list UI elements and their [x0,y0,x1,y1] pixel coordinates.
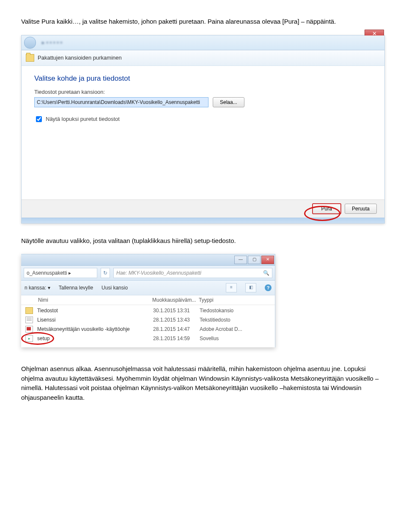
maximize-icon[interactable]: ▢ [248,256,261,264]
list-item[interactable]: Lisenssi28.1.2015 13:43Tekstitiedosto [21,315,275,325]
preview-pane-icon[interactable]: ◧ [245,283,256,292]
paragraph-3: Ohjelman asennus alkaa. Asennusohjelmass… [21,364,385,402]
extract-button[interactable]: Pura [312,203,341,214]
show-files-checkbox[interactable]: Näytä lopuksi puretut tiedostot [34,115,372,123]
file-date: 30.1.2015 13:31 [153,308,200,314]
col-type[interactable]: Tyyppi [199,297,275,303]
window-title: Pakattujen kansioiden purkaminen [38,55,122,61]
explorer-toolbar: n kanssa: ▾ Tallenna levylle Uusi kansio… [21,281,275,295]
save-disk[interactable]: Tallenna levylle [59,285,93,291]
file-name: Lisenssi [37,317,153,323]
file-type: Tekstitiedosto [200,317,275,323]
folder-icon [25,307,33,314]
list-item[interactable]: Metsäkoneyrittäjän vuosikello -käyttöohj… [21,325,275,334]
file-date: 28.1.2015 14:59 [153,336,200,341]
file-name: setup [37,336,153,341]
new-folder[interactable]: Uusi kansio [102,285,128,291]
search-icon: 🔍 [263,270,269,276]
search-placeholder: Hae: MKY-Vuosikello_Asennuspaketti [116,270,201,276]
close-icon[interactable]: ✕ [261,256,274,264]
glass-bottom [22,218,384,223]
file-type: Tiedostokansio [200,308,275,314]
dialog-heading: Valitse kohde ja pura tiedostot [34,74,372,83]
extract-dialog-screenshot: ✕ ▸ ▪ ▪ ▪ ▪ ▪ Pakattujen kansioiden purk… [21,35,385,224]
paragraph-2: Näytölle avautuu valikko, josta valitaan… [21,236,385,246]
folder-icon [26,54,34,62]
paragraph-1: Valitse Pura kaikki…, ja valitse hakemis… [21,17,385,27]
minimize-icon[interactable]: — [234,256,247,264]
column-headers: Nimi Muokkauspäiväm... Tyyppi [21,295,275,305]
nav-bar: ▸ ▪ ▪ ▪ ▪ ▪ [22,35,384,50]
help-icon[interactable]: ? [265,284,272,291]
refresh-icon[interactable]: ↻ [101,268,110,278]
search-input[interactable]: Hae: MKY-Vuosikello_Asennuspaketti 🔍 [113,268,272,278]
window-controls: — ▢ ✕ [21,254,275,266]
destination-label: Tiedostot puretaan kansioon: [34,89,372,95]
dialog-footer: Pura Peruuta [22,199,384,218]
explorer-screenshot: — ▢ ✕ o_Asennuspaketti ▸ ↻ Hae: MKY-Vuos… [21,254,275,347]
col-name[interactable]: Nimi [38,297,152,303]
list-item[interactable]: Tiedostot30.1.2015 13:31Tiedostokansio [21,306,275,315]
file-type: Adobe Acrobat D... [200,326,275,332]
breadcrumb-blur: ▸ ▪ ▪ ▪ ▪ ▪ [42,39,62,46]
checkbox-input[interactable] [36,116,42,122]
browse-button[interactable]: Selaa... [213,97,244,107]
setup-icon [25,335,33,342]
file-list: Tiedostot30.1.2015 13:31TiedostokansioLi… [21,305,275,347]
col-date[interactable]: Muokkauspäiväm... [152,297,199,303]
text-icon [25,316,33,323]
file-name: Tiedostot [37,308,153,314]
pdf-icon [25,326,33,333]
dialog-body: Valitse kohde ja pura tiedostot Tiedosto… [22,66,384,199]
cancel-button[interactable]: Peruuta [345,204,377,214]
window-titlebar: Pakattujen kansioiden purkaminen [22,50,384,66]
explorer-nav: o_Asennuspaketti ▸ ↻ Hae: MKY-Vuosikello… [21,266,275,281]
list-item[interactable]: setup28.1.2015 14:59Sovellus [21,334,275,343]
file-name: Metsäkoneyrittäjän vuosikello -käyttöohj… [37,326,153,332]
file-date: 28.1.2015 14:47 [153,326,200,332]
open-with[interactable]: n kanssa: ▾ [25,285,50,291]
view-mode-icon[interactable]: ≡ [226,283,237,292]
breadcrumb[interactable]: o_Asennuspaketti ▸ [24,268,97,278]
file-date: 28.1.2015 13:43 [153,317,200,323]
nav-back-icon[interactable] [24,37,36,49]
file-type: Sovellus [200,336,275,341]
checkbox-label: Näytä lopuksi puretut tiedostot [46,116,120,122]
destination-input[interactable] [34,97,208,107]
